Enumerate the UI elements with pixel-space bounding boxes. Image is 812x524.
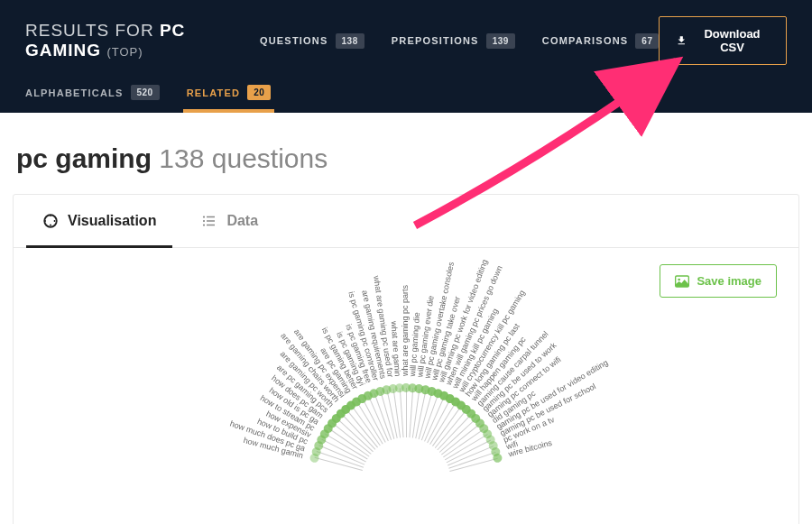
viz-spoke[interactable]: are gaming chairs worth [406, 482, 407, 483]
page-title: pc gaming 138 questions [13, 143, 799, 174]
viz-spoke[interactable]: how old is pc ga [406, 482, 407, 483]
viz-spoke[interactable]: will happen gaming pc [406, 483, 407, 483]
viz-spoke[interactable]: gaming cause carpal tunnel [406, 483, 407, 483]
download-csv-button[interactable]: Download CSV [659, 16, 787, 65]
viz-spoke[interactable]: how does pc gam [406, 482, 407, 483]
visualisation-icon [42, 213, 59, 229]
subtab-related[interactable]: RELATED 20 [187, 85, 272, 113]
radial-visualisation[interactable]: how much gamin how much does pc ga how t… [117, 194, 695, 524]
viz-spoke[interactable]: how long gaming pc last [406, 483, 407, 483]
nav-comparisons[interactable]: COMPARISONS 67 [542, 33, 660, 49]
viz-spoke[interactable]: gaming pc be used to work [406, 483, 407, 483]
viz-spoke[interactable]: are pc gaming [406, 482, 407, 483]
nav-questions[interactable]: QUESTIONS 138 [260, 33, 364, 49]
viz-spoke[interactable]: did gaming pc [406, 483, 407, 483]
download-icon [676, 34, 687, 47]
viz-spoke[interactable]: are pc gaming pcs [406, 482, 407, 483]
viz-spoke[interactable]: are gaming pc expensi [406, 482, 407, 483]
viz-spoke[interactable]: gaming pc be used for video editing [406, 483, 407, 483]
subtab-alphabeticals[interactable]: ALPHABETICALS 520 [25, 85, 160, 113]
viz-spoke[interactable]: are gaming pc worth [406, 482, 407, 483]
nav-prepositions[interactable]: PREPOSITIONS 139 [392, 33, 515, 49]
viz-spoke[interactable]: will cryptocurrency kill pc gaming [406, 483, 407, 483]
viz-spoke[interactable]: gaming pc connect to wifi [406, 483, 407, 483]
viz-spoke[interactable]: how to stream pc [406, 482, 407, 483]
results-title: RESULTS FOR PC GAMING (TOP) [25, 21, 242, 60]
